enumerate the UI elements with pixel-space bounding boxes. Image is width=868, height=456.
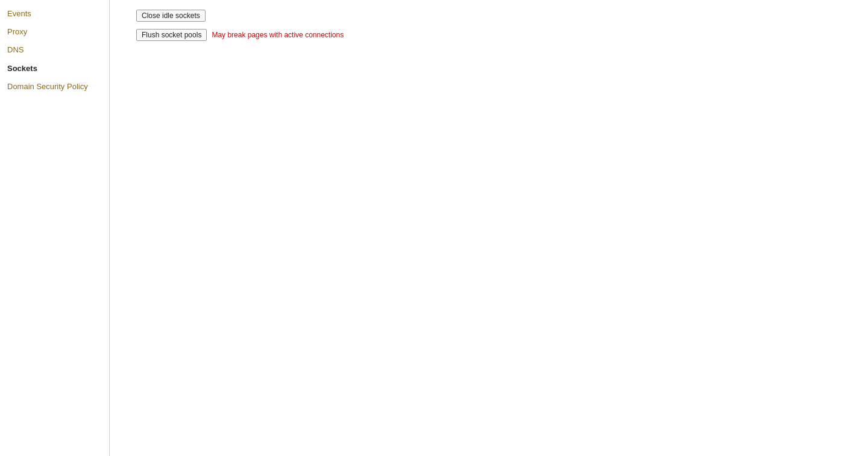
main-content: Close idle sockets Flush socket pools Ma… [110,0,868,456]
flush-socket-pools-button[interactable]: Flush socket pools [136,29,207,41]
sidebar-item-domain-security-policy[interactable]: Domain Security Policy [0,78,109,96]
sidebar-item-dns[interactable]: DNS [0,41,109,59]
action-list: Close idle sockets Flush socket pools Ma… [124,10,854,41]
sidebar-item-proxy[interactable]: Proxy [0,23,109,41]
flush-warning-text: May break pages with active connections [212,31,344,39]
sidebar-item-sockets[interactable]: Sockets [0,60,109,78]
sidebar: Events Proxy DNS Sockets Domain Security… [0,0,110,456]
sidebar-item-events[interactable]: Events [0,5,109,23]
close-idle-sockets-button[interactable]: Close idle sockets [136,10,206,22]
close-idle-sockets-item: Close idle sockets [136,10,854,22]
flush-socket-pools-item: Flush socket pools May break pages with … [136,29,854,41]
